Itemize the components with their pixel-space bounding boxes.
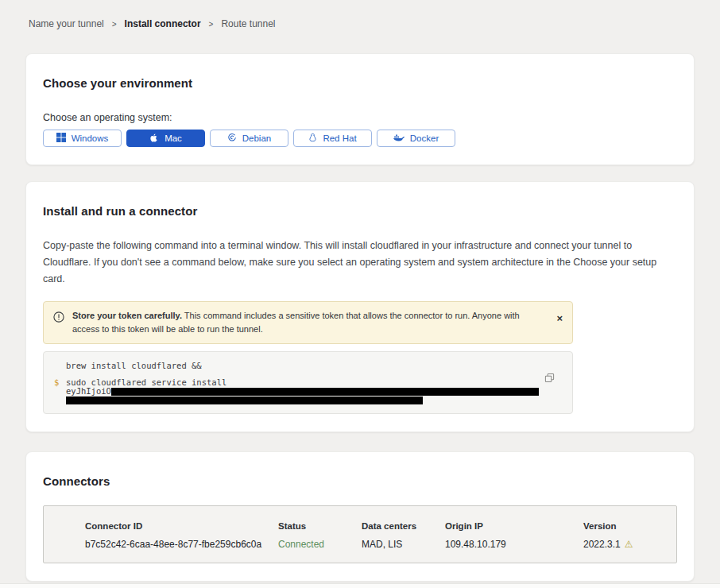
token-warning-text: Store your token carefully. This command… [72,309,544,336]
breadcrumb-route-tunnel[interactable]: Route tunnel [221,18,275,29]
code-line-1-text: brew install cloudflared && [66,362,561,370]
os-button-debian[interactable]: Debian [210,130,288,147]
os-button-redhat[interactable]: Red Hat [293,130,372,147]
os-button-mac[interactable]: Mac [126,130,205,147]
os-button-windows[interactable]: Windows [43,130,122,147]
breadcrumb-separator: > [112,20,117,29]
os-button-docker[interactable]: Docker [377,130,455,147]
col-header-version: Version [583,521,676,531]
version-warning-icon: ⚠ [625,539,633,550]
connectors-title: Connectors [43,474,677,488]
col-header-origin-ip: Origin IP [445,521,583,531]
code-line-1: brew install cloudflared && [54,362,561,370]
os-button-label: Windows [72,133,109,143]
connectors-table-header: Connector ID Status Data centers Origin … [85,521,676,531]
connector-data-centers-value: MAD, LIS [362,539,445,550]
version-number: 2022.3.1 [583,539,621,550]
choose-environment-card: Choose your environment Choose an operat… [25,53,695,165]
redacted-token-bar-2 [66,397,423,404]
alert-circle-icon [53,311,64,336]
os-select-label: Choose an operating system: [43,112,677,123]
breadcrumb-install-connector[interactable]: Install connector [125,18,201,29]
redhat-linux-icon [308,133,317,145]
windows-icon [56,133,66,144]
token-prefix: eyJhIjoiO [66,386,111,396]
token-line: eyJhIjoiO [66,386,539,396]
breadcrumb: Name your tunnel > Install connector > R… [0,0,720,29]
breadcrumb-name-your-tunnel[interactable]: Name your tunnel [29,18,104,29]
install-description: Copy-paste the following command into a … [43,238,677,288]
prompt-spacer [54,362,66,370]
breadcrumb-separator: > [209,20,214,29]
install-connector-card: Install and run a connector Copy-paste t… [25,181,695,432]
connectors-card: Connectors Connector ID Status Data cent… [25,451,695,582]
col-header-status: Status [278,521,362,531]
os-button-label: Red Hat [323,133,356,143]
banner-close-icon[interactable]: × [556,313,563,323]
connector-status-value: Connected [278,539,362,550]
token-warning-bold: Store your token carefully. [72,311,182,320]
connector-origin-ip-value: 109.48.10.179 [445,539,583,550]
choose-environment-title: Choose your environment [43,76,677,90]
connector-id-value: b7c52c42-6caa-48ee-8c77-fbe259cb6c0a [85,539,278,550]
redacted-token-bar [111,388,539,396]
page-content: Choose your environment Choose an operat… [25,53,695,588]
os-button-group: Windows Mac Debian Red Hat [43,130,677,147]
apple-icon [149,133,159,145]
connector-version-value: 2022.3.1⚠ [583,539,676,550]
install-command-codeblock: brew install cloudflared && $ sudo cloud… [43,351,573,414]
bottom-edge-strip [0,583,720,588]
debian-swirl-icon [227,133,237,144]
connector-table-row: b7c52c42-6caa-48ee-8c77-fbe259cb6c0a Con… [85,539,676,550]
code-line-2-block: sudo cloudflared service install eyJhIjo… [66,378,561,404]
os-button-label: Docker [410,133,439,143]
os-button-label: Mac [165,133,182,143]
col-header-connector-id: Connector ID [85,521,278,531]
token-warning-banner: Store your token carefully. This command… [43,301,573,344]
docker-whale-icon [393,133,405,144]
os-button-label: Debian [242,133,271,143]
connectors-table: Connector ID Status Data centers Origin … [43,505,677,563]
code-line-2: $ sudo cloudflared service install eyJhI… [54,378,561,404]
copy-command-icon[interactable] [544,373,555,385]
col-header-data-centers: Data centers [362,521,445,531]
install-connector-title: Install and run a connector [43,204,677,218]
shell-prompt: $ [54,378,66,404]
